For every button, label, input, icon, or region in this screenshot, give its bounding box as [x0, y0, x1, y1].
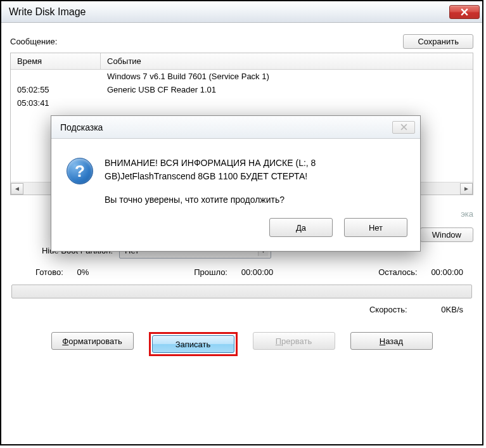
- cell-time: [11, 70, 101, 83]
- question-icon: ?: [67, 158, 93, 184]
- scroll-left-icon[interactable]: ◄: [11, 183, 23, 195]
- dialog-buttons: Да Нет: [51, 218, 420, 251]
- speed-value: 0KB/s: [441, 305, 463, 314]
- dialog-text: ВНИМАНИЕ! ВСЯ ИНФОРМАЦИЯ НА ДИСКЕ (L:, 8…: [105, 157, 405, 207]
- table-row[interactable]: 05:02:55 Generic USB CF Reader 1.01: [11, 83, 473, 96]
- abort-button: Прервать: [253, 332, 335, 350]
- log-body: Windows 7 v6.1 Build 7601 (Service Pack …: [11, 70, 473, 110]
- speed-label: Скорость:: [369, 305, 407, 314]
- status-row: Готово: 0% Прошло: 00:00:00 Осталось: 00…: [10, 267, 473, 277]
- close-icon: [461, 8, 468, 16]
- dialog-body: ? ВНИМАНИЕ! ВСЯ ИНФОРМАЦИЯ НА ДИСКЕ (L:,…: [51, 139, 420, 218]
- speed-row: Скорость: 0KB/s: [10, 305, 473, 314]
- window-title: Write Disk Image: [9, 6, 86, 18]
- write-button[interactable]: Записать: [152, 335, 234, 353]
- cell-time: 05:02:55: [11, 83, 101, 96]
- back-button[interactable]: Назад: [350, 332, 433, 350]
- cell-time: 05:03:41: [11, 96, 101, 110]
- yes-button[interactable]: Да: [269, 218, 333, 237]
- dialog-line1: ВНИМАНИЕ! ВСЯ ИНФОРМАЦИЯ НА ДИСКЕ (L:, 8…: [105, 157, 405, 183]
- elapsed-label: Прошло:: [194, 267, 227, 277]
- log-header: Время Событие: [11, 53, 473, 70]
- message-label: Сообщение:: [10, 37, 57, 46]
- close-button[interactable]: [449, 5, 480, 19]
- confirm-dialog: Подсказка ? ВНИМАНИЕ! ВСЯ ИНФОРМАЦИЯ НА …: [51, 115, 421, 252]
- highlight-frame: Записать: [149, 332, 238, 356]
- save-button[interactable]: Сохранить: [403, 34, 473, 49]
- no-button[interactable]: Нет: [344, 218, 407, 237]
- progress-bar: [11, 285, 472, 298]
- remaining-label: Осталось:: [378, 267, 418, 277]
- windows-button[interactable]: Window: [420, 227, 473, 242]
- titlebar: Write Disk Image: [1, 1, 482, 23]
- col-header-event[interactable]: Событие: [101, 53, 473, 69]
- cell-event: [101, 96, 473, 110]
- col-header-time[interactable]: Время: [11, 53, 101, 69]
- dialog-close-button[interactable]: [392, 121, 415, 134]
- format-button[interactable]: Форматировать: [51, 332, 134, 350]
- dialog-title: Подсказка: [60, 122, 103, 132]
- ready-value: 0%: [77, 267, 89, 277]
- dialog-line2: Вы точно уверены, что хотите продолжить?: [105, 193, 405, 207]
- main-window: Write Disk Image Сообщение: Сохранить Вр…: [0, 0, 483, 445]
- elapsed-value: 00:00:00: [241, 267, 274, 277]
- remaining-value: 00:00:00: [431, 267, 463, 277]
- cell-event: Windows 7 v6.1 Build 7601 (Service Pack …: [101, 70, 473, 83]
- cell-event: Generic USB CF Reader 1.01: [101, 83, 473, 96]
- scroll-right-icon[interactable]: ►: [460, 183, 473, 195]
- ready-label: Готово:: [35, 267, 63, 277]
- close-icon: [400, 124, 407, 131]
- button-row: Форматировать Записать Прервать Назад: [10, 332, 473, 356]
- table-row[interactable]: Windows 7 v6.1 Build 7601 (Service Pack …: [11, 70, 473, 83]
- dialog-titlebar: Подсказка: [51, 116, 420, 139]
- table-row[interactable]: 05:03:41: [11, 96, 473, 110]
